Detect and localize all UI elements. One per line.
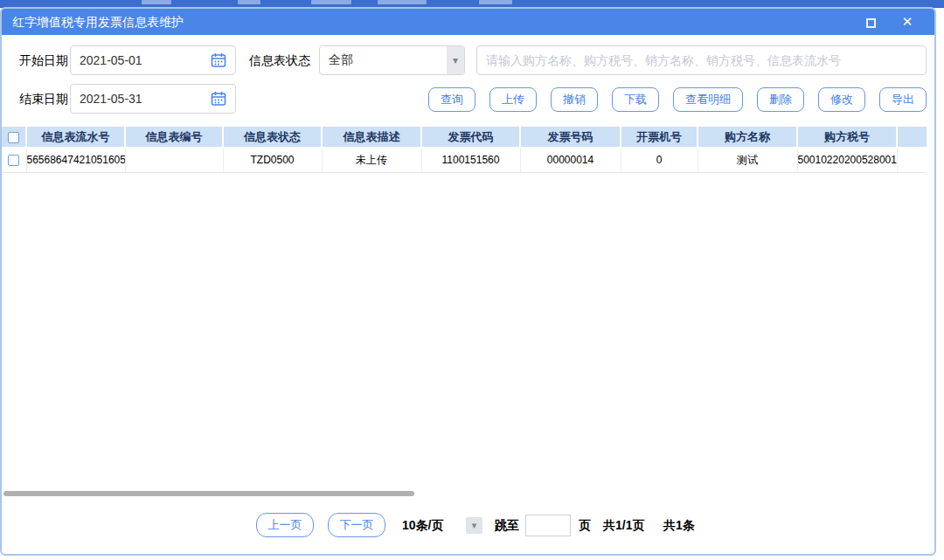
start-date-input[interactable]: 2021-05-01 <box>70 45 236 75</box>
background-artifact <box>311 0 351 4</box>
column-header[interactable]: 购方名称 <box>698 127 797 148</box>
jump-label: 跳至 <box>495 513 519 537</box>
prev-page-button[interactable]: 上一页 <box>256 513 314 537</box>
export-button[interactable]: 导出 <box>879 87 927 112</box>
background-artifact <box>238 0 260 4</box>
modify-button[interactable]: 修改 <box>818 87 865 112</box>
search-box <box>476 45 927 75</box>
select-all-checkbox[interactable] <box>8 132 19 143</box>
close-button[interactable]: ✕ <box>894 9 920 35</box>
background-artifact <box>479 0 512 4</box>
dialog-title: 红字增值税专用发票信息表维护 <box>12 9 184 35</box>
cell-buyer-name: 测试 <box>698 148 797 172</box>
column-header[interactable]: 信息表描述 <box>322 127 421 148</box>
column-header[interactable]: 发票号码 <box>520 127 621 148</box>
cell-extra <box>897 148 927 172</box>
column-header[interactable]: 开票机号 <box>621 127 698 148</box>
chevron-down-icon: ▾ <box>472 520 477 531</box>
status-label: 信息表状态 <box>249 45 310 75</box>
column-header[interactable]: 购方税号 <box>797 127 897 148</box>
page-unit-label: 页 <box>579 513 591 537</box>
delete-button[interactable]: 删除 <box>757 87 804 112</box>
download-button[interactable]: 下载 <box>612 87 659 112</box>
page-size-select[interactable]: ▾ <box>466 517 482 534</box>
cell-machine-number: 0 <box>621 148 698 172</box>
status-selected-value: 全部 <box>329 52 447 68</box>
column-header[interactable]: 信息表编号 <box>125 127 223 148</box>
revoke-button[interactable]: 撤销 <box>551 87 598 112</box>
status-select[interactable]: 全部 ▾ <box>319 45 465 75</box>
cell-form-number <box>125 148 223 172</box>
calendar-icon[interactable] <box>211 52 226 68</box>
cell-invoice-number: 00000014 <box>520 148 621 172</box>
end-date-value: 2021-05-31 <box>80 92 211 106</box>
cell-form-status: TZD0500 <box>223 148 322 172</box>
records-table: 信息表流水号 信息表编号 信息表状态 信息表描述 发票代码 发票号码 开票机号 … <box>2 127 927 173</box>
close-icon: ✕ <box>902 14 913 29</box>
row-checkbox[interactable] <box>8 155 19 166</box>
next-page-button[interactable]: 下一页 <box>328 513 385 537</box>
table-header-row: 信息表流水号 信息表编号 信息表状态 信息表描述 发票代码 发票号码 开票机号 … <box>2 127 927 148</box>
toolbar: 查询 上传 撤销 下载 查看明细 删除 修改 导出 <box>428 87 927 112</box>
cell-form-description: 未上传 <box>322 148 421 172</box>
column-header[interactable]: 信息表状态 <box>223 127 322 148</box>
start-date-value: 2021-05-01 <box>80 53 211 67</box>
chevron-down-icon: ▾ <box>453 54 458 66</box>
search-input[interactable] <box>486 46 917 74</box>
maximize-icon <box>866 18 876 28</box>
page-size-value[interactable]: 10条/页 <box>402 513 443 537</box>
total-count-label: 共1条 <box>663 513 695 537</box>
upload-button[interactable]: 上传 <box>489 87 537 112</box>
dialog-titlebar[interactable]: 红字增值税专用发票信息表维护 ✕ <box>2 9 934 35</box>
invoice-form-dialog: 红字增值税专用发票信息表维护 ✕ 开始日期 2021-05-01 信息表状态 全… <box>0 7 936 556</box>
page-count-label: 共1/1页 <box>603 513 644 537</box>
maximize-button[interactable] <box>857 9 884 35</box>
select-all-cell <box>2 127 26 148</box>
end-date-input[interactable]: 2021-05-31 <box>70 84 236 114</box>
query-button[interactable]: 查询 <box>428 87 475 112</box>
row-select-cell <box>2 148 26 172</box>
end-date-label: 结束日期 <box>19 84 68 114</box>
horizontal-scrollbar[interactable] <box>3 491 414 496</box>
cell-invoice-code: 1100151560 <box>421 148 520 172</box>
background-artifact <box>142 0 171 4</box>
table-row[interactable]: 565686474210516054 TZD0500 未上传 110015156… <box>2 148 927 172</box>
column-header[interactable]: 发票代码 <box>421 127 520 148</box>
column-header[interactable]: 信息表流水号 <box>26 127 125 148</box>
background-artifact <box>378 0 427 4</box>
calendar-icon[interactable] <box>211 91 226 107</box>
start-date-label: 开始日期 <box>19 45 68 75</box>
cell-buyer-tax-id: 50010220200528001 <box>797 148 897 172</box>
view-detail-button[interactable]: 查看明细 <box>673 87 743 112</box>
jump-page-input[interactable] <box>525 515 571 536</box>
column-header-extra <box>897 127 927 148</box>
cell-serial-number: 565686474210516054 <box>26 148 125 172</box>
